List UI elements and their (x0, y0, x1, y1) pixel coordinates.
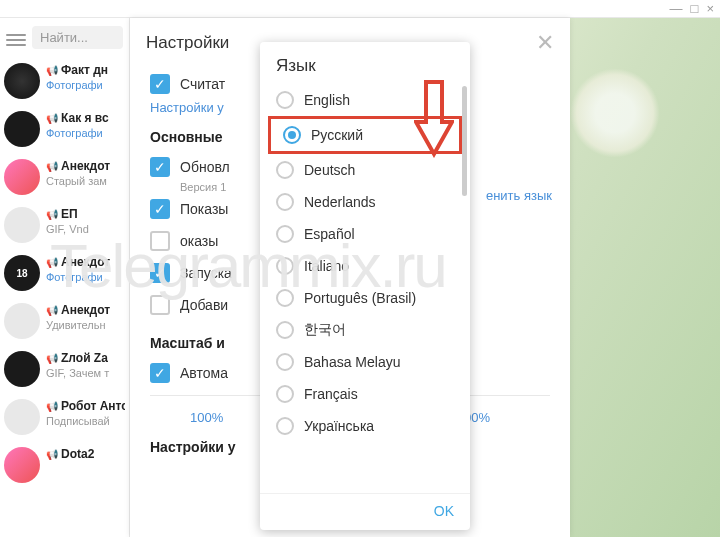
chat-title: Анекдот (61, 255, 110, 269)
chat-title: Факт дн (61, 63, 108, 77)
language-label: Deutsch (304, 162, 355, 178)
chat-subtitle: Удивительн (46, 319, 125, 331)
language-option[interactable]: Bahasa Melayu (264, 346, 466, 378)
chat-title: Как я вс (61, 111, 109, 125)
maximize-icon[interactable]: □ (691, 1, 699, 16)
checkbox-label: Запуска (180, 265, 232, 281)
avatar (4, 207, 40, 243)
language-option[interactable]: Nederlands (264, 186, 466, 218)
avatar (4, 399, 40, 435)
radio-icon (276, 385, 294, 403)
language-label: Русский (311, 127, 363, 143)
radio-icon (276, 225, 294, 243)
channel-icon: 📢 (46, 65, 58, 76)
chat-item[interactable]: 18 📢Анекдот Фотографи (0, 249, 129, 297)
chat-item[interactable]: 📢Факт дн Фотографи (0, 57, 129, 105)
checkbox-label: Автома (180, 365, 228, 381)
change-language-link[interactable]: енить язык (486, 188, 552, 203)
window-titlebar: — □ × (0, 0, 720, 18)
checkbox-show-tray[interactable]: ✓ (150, 199, 170, 219)
chat-subtitle: Старый зам (46, 175, 125, 187)
language-label: Українська (304, 418, 374, 434)
chat-item[interactable]: 📢Робот Анто Подписывай (0, 393, 129, 441)
chat-subtitle: Подписывай (46, 415, 125, 427)
channel-icon: 📢 (46, 161, 58, 172)
language-option[interactable]: Українська (264, 410, 466, 442)
language-option[interactable]: Français (264, 378, 466, 410)
language-label: English (304, 92, 350, 108)
channel-icon: 📢 (46, 209, 58, 220)
avatar: 18 (4, 255, 40, 291)
radio-icon (276, 161, 294, 179)
chat-item[interactable]: 📢Dota2 (0, 441, 129, 489)
checkbox-label: Обновл (180, 159, 230, 175)
radio-icon (276, 193, 294, 211)
avatar (4, 159, 40, 195)
language-option[interactable]: Português (Brasil) (264, 282, 466, 314)
chat-item[interactable]: 📢ЕП GIF, Vnd (0, 201, 129, 249)
avatar (4, 303, 40, 339)
annotation-arrow-icon (414, 78, 454, 162)
radio-icon (276, 417, 294, 435)
language-option[interactable]: Italiano (264, 250, 466, 282)
chat-subtitle: Фотографи (46, 127, 125, 139)
close-icon[interactable]: ✕ (536, 30, 554, 56)
language-option[interactable]: 한국어 (264, 314, 466, 346)
radio-icon (276, 257, 294, 275)
language-label: Português (Brasil) (304, 290, 416, 306)
checkbox-label: оказы (180, 233, 218, 249)
chat-title: ЕП (61, 207, 78, 221)
checkbox-update[interactable]: ✓ (150, 157, 170, 177)
language-label: Italiano (304, 258, 349, 274)
chat-title: Dota2 (61, 447, 94, 461)
chat-subtitle: GIF, Зачем т (46, 367, 125, 379)
chat-title: Робот Анто (61, 399, 125, 413)
checkbox-label: Добави (180, 297, 228, 313)
chat-item[interactable]: 📢Как я вс Фотографи (0, 105, 129, 153)
language-label: Español (304, 226, 355, 242)
channel-icon: 📢 (46, 449, 58, 460)
settings-title: Настройки (146, 33, 229, 53)
wallpaper-decoration (570, 68, 660, 158)
ok-button[interactable]: OK (434, 503, 454, 519)
radio-icon (276, 91, 294, 109)
search-input[interactable]: Найти... (32, 26, 123, 49)
scale-100-link[interactable]: 100% (190, 410, 223, 425)
radio-icon (276, 289, 294, 307)
language-label: 한국어 (304, 321, 346, 339)
chat-item[interactable]: 📢Анекдот Старый зам (0, 153, 129, 201)
close-icon[interactable]: × (706, 1, 714, 16)
chat-subtitle: GIF, Vnd (46, 223, 125, 235)
checkbox-count-unread[interactable]: ✓ (150, 74, 170, 94)
scrollbar-thumb[interactable] (462, 86, 467, 196)
checkbox-autostart[interactable]: ✓ (150, 263, 170, 283)
minimize-icon[interactable]: — (670, 1, 683, 16)
chat-item[interactable]: 📢Анекдот Удивительн (0, 297, 129, 345)
channel-icon: 📢 (46, 353, 58, 364)
channel-icon: 📢 (46, 113, 58, 124)
chat-title: Анекдот (61, 159, 110, 173)
channel-icon: 📢 (46, 401, 58, 412)
language-option[interactable]: Español (264, 218, 466, 250)
hamburger-icon[interactable] (6, 31, 26, 45)
checkbox-label: Считат (180, 76, 225, 92)
radio-icon (276, 321, 294, 339)
language-label: Bahasa Melayu (304, 354, 401, 370)
chat-subtitle: Фотографи (46, 79, 125, 91)
checkbox-show-taskbar[interactable] (150, 231, 170, 251)
language-label: Nederlands (304, 194, 376, 210)
avatar (4, 447, 40, 483)
radio-icon (283, 126, 301, 144)
chat-sidebar: Найти... 📢Факт дн Фотографи 📢Как я вс Фо… (0, 18, 130, 537)
chat-item[interactable]: 📢Zлой Za GIF, Зачем т (0, 345, 129, 393)
avatar (4, 111, 40, 147)
checkbox-add-sendto[interactable] (150, 295, 170, 315)
language-label: Français (304, 386, 358, 402)
avatar (4, 351, 40, 387)
chat-title: Анекдот (61, 303, 110, 317)
channel-icon: 📢 (46, 305, 58, 316)
chat-subtitle: Фотографи (46, 271, 125, 283)
chat-title: Zлой Za (61, 351, 108, 365)
avatar (4, 63, 40, 99)
checkbox-auto-scale[interactable]: ✓ (150, 363, 170, 383)
